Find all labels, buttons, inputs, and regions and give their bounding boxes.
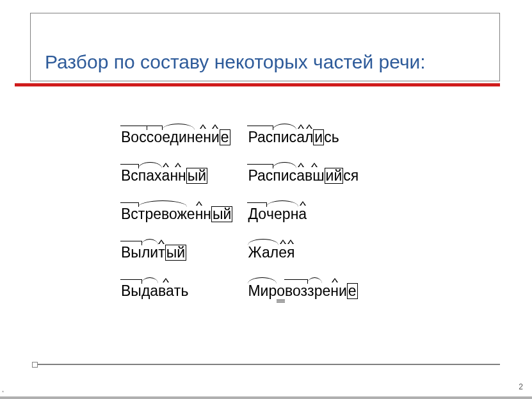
morpheme-root: пис — [273, 167, 296, 184]
word-item: Встревоженный — [121, 206, 232, 224]
morpheme-root: пах — [138, 167, 162, 184]
morpheme-suffix: л — [305, 129, 313, 146]
morpheme-suffix: я — [287, 244, 294, 261]
word-item: Мировоззрение — [248, 282, 359, 300]
morpheme-prefix: Вос — [121, 129, 147, 146]
word-text: Выдавать — [121, 282, 188, 300]
morpheme-suffix: а — [298, 206, 307, 223]
footnote-star-icon: * — [2, 389, 4, 395]
word-text: Вспаханный — [121, 167, 207, 184]
word-column: РасписалисьРасписавшийсяДочернаЖалеяМиро… — [248, 129, 359, 317]
morpheme-root: тревож — [138, 206, 187, 223]
morpheme-prefix: Рас — [248, 129, 273, 146]
morpheme-root: пис — [273, 129, 296, 146]
morpheme-plain: ть — [174, 282, 189, 300]
morpheme-ending: ый — [165, 245, 186, 261]
morpheme-root: черн — [266, 206, 298, 223]
morpheme-ending: ый — [186, 168, 207, 184]
morpheme-ending: е — [220, 129, 230, 145]
slide-title: Разбор по составу некоторых частей речи: — [45, 51, 426, 73]
page-number: 2 — [519, 382, 523, 391]
bottom-edge — [0, 396, 532, 399]
word-text: Воссоединение — [121, 129, 230, 146]
morpheme-root: зр — [307, 282, 322, 300]
morpheme-suffix: и — [211, 129, 220, 146]
morpheme-ending: и — [313, 129, 324, 145]
accent-line — [15, 83, 500, 86]
morpheme-prefix: Рас — [248, 167, 273, 184]
word-column: ВоссоединениеВспаханныйВстревоженныйВыли… — [121, 129, 232, 317]
word-item: Жалея — [248, 244, 359, 262]
morpheme-suffix: вш — [305, 167, 325, 184]
morpheme-suffix: енн — [187, 206, 211, 223]
word-text: Расписались — [248, 129, 339, 146]
morpheme-suffix: е — [278, 244, 287, 261]
morpheme-ending: ый — [211, 206, 232, 222]
morpheme-suffix: ва — [158, 282, 174, 300]
word-item: Расписавшийся — [248, 167, 359, 185]
morpheme-suffix: а — [162, 167, 170, 184]
morpheme-prefix: Вы — [121, 282, 141, 300]
morpheme-suffix: а — [296, 167, 305, 184]
word-item: Вылитый — [121, 244, 232, 262]
morpheme-suffix: а — [296, 129, 305, 146]
word-text: Мировоззрение — [248, 282, 357, 300]
word-item: Воссоединение — [121, 129, 232, 147]
word-item: Выдавать — [121, 282, 232, 300]
morpheme-root: ли — [141, 244, 158, 261]
word-text: Дочерна — [248, 206, 307, 223]
morpheme-prefix: Вс — [121, 167, 138, 184]
morpheme-prefix: Вс — [121, 206, 138, 223]
morpheme-root: Мир — [248, 282, 277, 300]
morpheme-suffix: т — [158, 244, 165, 261]
word-text: Жалея — [248, 244, 294, 261]
word-text: Расписавшийся — [248, 167, 359, 184]
word-text: Вылитый — [121, 244, 186, 261]
morpheme-prefix: До — [248, 206, 266, 223]
morpheme-ending: ий — [325, 168, 344, 184]
words-content: ВоссоединениеВспаханныйВстревоженныйВыли… — [117, 117, 424, 322]
morpheme-connect: о — [277, 282, 285, 300]
morpheme-root: да — [141, 282, 158, 300]
word-item: Вспаханный — [121, 167, 232, 185]
footer-square-icon — [32, 362, 38, 368]
morpheme-suffix: нн — [170, 167, 186, 184]
morpheme-plain: ся — [343, 167, 359, 184]
morpheme-ending: е — [347, 283, 358, 299]
slide: Разбор по составу некоторых частей речи:… — [0, 0, 532, 399]
morpheme-prefix: воз — [285, 282, 307, 300]
morpheme-suffix: ен — [195, 129, 211, 146]
morpheme-prefix: со — [147, 129, 163, 146]
morpheme-prefix: Вы — [121, 244, 141, 261]
morpheme-root: един — [162, 129, 195, 146]
morpheme-suffix: ени — [322, 282, 346, 300]
morpheme-root: Жал — [248, 244, 278, 261]
word-item: Дочерна — [248, 206, 359, 224]
word-text: Встревоженный — [121, 206, 232, 223]
footer-divider — [32, 364, 500, 365]
word-item: Расписались — [248, 129, 359, 147]
morpheme-plain: сь — [324, 129, 339, 146]
